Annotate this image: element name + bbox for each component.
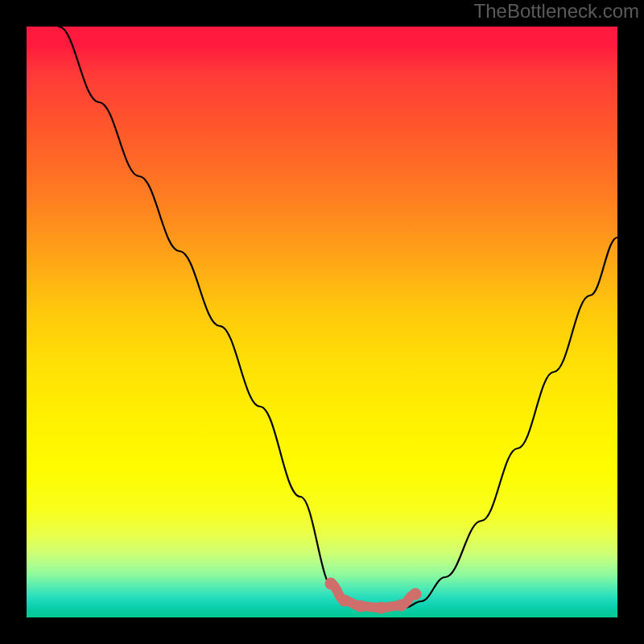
optimal-range-dot bbox=[395, 600, 407, 612]
chart-frame: TheBottleneck.com bbox=[0, 0, 644, 644]
optimal-range-dot bbox=[339, 595, 351, 607]
bottleneck-curve bbox=[59, 27, 617, 609]
watermark-text: TheBottleneck.com bbox=[474, 0, 639, 23]
plot-area bbox=[27, 27, 617, 617]
optimal-range-dot bbox=[325, 578, 337, 590]
curve-layer bbox=[27, 27, 617, 617]
optimal-range-dot bbox=[375, 602, 387, 614]
optimal-range-dot bbox=[355, 601, 367, 613]
optimal-range-dot bbox=[410, 588, 422, 601]
